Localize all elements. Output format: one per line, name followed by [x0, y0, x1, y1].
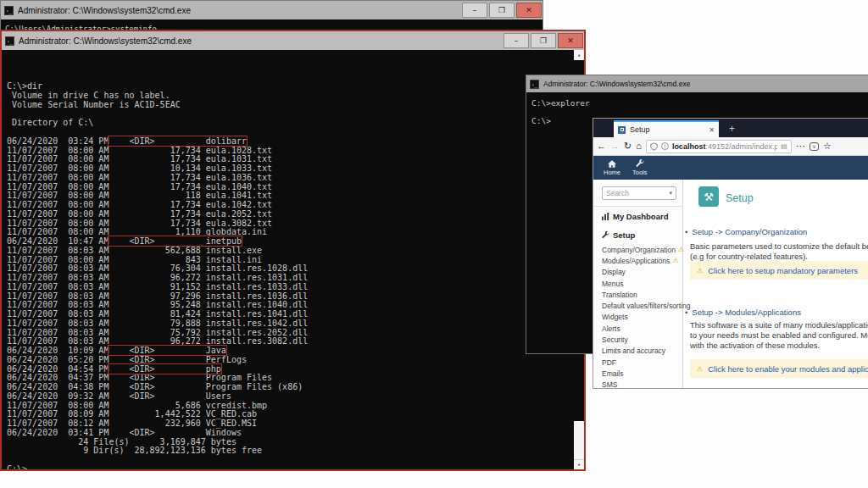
section-paragraph: Basic parameters used to customize the d…	[690, 241, 868, 262]
terminal-line: 06/24/2020 03:24 PM <DIR> dolibarr	[7, 137, 584, 147]
terminal-line: 11/07/2007 08:03 AM 91,152 install.res.1…	[7, 283, 584, 292]
overflow-menu-icon[interactable]: ⋯	[796, 141, 805, 151]
browser-window: Setup ✕ + ← → ↻ ⌂ i localhost:49152/admi…	[593, 119, 868, 388]
sidebar-item-sms[interactable]: SMS	[602, 380, 681, 388]
reader-icon[interactable]: ▤	[781, 142, 787, 150]
sidebar-item-label: Security	[602, 336, 628, 344]
terminal-line: C:\>_	[7, 465, 584, 469]
notice-link[interactable]: Click here to setup mandatory parameters	[708, 266, 858, 275]
sidebar-item-translation[interactable]: Translation	[602, 289, 681, 300]
site-info-icon[interactable]: i	[661, 142, 669, 150]
window-title: Administrator: C:\Windows\system32\cmd.e…	[19, 36, 192, 46]
address-bar[interactable]: i localhost:49152/admin/index.php?m ▤	[646, 140, 792, 153]
sidebar-item-label: Default values/filters/sorting	[602, 302, 690, 310]
nav-home[interactable]: Home	[604, 160, 620, 176]
terminal-line: Directory of C:\	[7, 119, 584, 128]
browser-tabbar: Setup ✕ +	[593, 119, 868, 137]
new-tab-button[interactable]: +	[729, 120, 735, 137]
sidebar-item-modules-applications[interactable]: Modules/Applications⚠	[602, 255, 681, 266]
reload-icon[interactable]: ↻	[624, 141, 632, 151]
restore-button[interactable]: ❐	[489, 3, 515, 18]
url-host: localhost	[672, 142, 706, 151]
terminal-line	[531, 108, 868, 118]
sidebar-item-dashboard[interactable]: My Dashboard	[602, 212, 668, 221]
bookmark-star-icon[interactable]: ☆	[823, 141, 832, 151]
sidebar-item-label: Modules/Applications	[602, 257, 670, 265]
warning-icon: ⚠	[697, 267, 703, 274]
page-title: Setup	[726, 192, 754, 204]
sidebar-item-label: SMS	[602, 380, 617, 388]
notice-banner[interactable]: ⚠Click here to enable your modules and a…	[690, 359, 868, 378]
window-title: Administrator: C:\Windows\system32\cmd.e…	[543, 80, 690, 88]
browser-tab-setup[interactable]: Setup ✕	[614, 120, 719, 137]
sidebar-item-emails[interactable]: Emails	[602, 368, 681, 379]
wrench-icon	[602, 231, 609, 239]
close-button[interactable]: ✕	[558, 33, 583, 48]
back-icon[interactable]: ←	[597, 141, 606, 151]
sidebar-item-label: Emails	[602, 369, 624, 378]
terminal-line: 11/07/2007 08:03 AM 79,888 install.res.1…	[7, 319, 584, 329]
search-input[interactable]: Search ▾	[602, 186, 676, 200]
scroll-up-icon[interactable]: ▴	[574, 50, 584, 60]
annotation-red-box: <DIR> dolibarr	[108, 136, 247, 146]
wrench-icon	[636, 159, 644, 168]
warning-icon: ⚠	[697, 365, 703, 373]
pocket-icon[interactable]: ∨	[810, 142, 819, 151]
tab-title: Setup	[630, 125, 704, 134]
section-link[interactable]: Setup -> Modules/Applications	[692, 308, 801, 317]
dolibarr-sidebar: Search ▾ My Dashboard Setup Company/Orga…	[593, 180, 683, 388]
shield-icon[interactable]	[650, 142, 658, 151]
sidebar-item-security[interactable]: Security	[602, 334, 681, 345]
section-paragraph: This software is a suite of many modules…	[690, 320, 868, 351]
scroll-down-icon[interactable]: ▾	[574, 459, 584, 469]
sidebar-section-setup[interactable]: Setup	[602, 230, 635, 240]
terminal-line: 06/24/2020 09:32 AM <DIR> Users	[7, 392, 584, 402]
divider	[593, 206, 682, 207]
sidebar-item-label: Menus	[602, 280, 624, 288]
annotation-red-box: <DIR> Java	[108, 346, 225, 355]
url-path: :49152/admin/index.php?m	[705, 142, 777, 151]
forward-icon: →	[610, 141, 620, 151]
section-bullet-row: •Setup -> Company/Organization	[685, 227, 807, 236]
sidebar-item-company-organization[interactable]: Company/Organization⚠	[602, 244, 681, 255]
sidebar-item-default-values-filters-sorting[interactable]: Default values/filters/sorting	[602, 300, 681, 311]
terminal-line: 11/07/2007 08:03 AM 562,688 install.exe	[7, 247, 584, 256]
close-button[interactable]: ✕	[516, 3, 542, 18]
scroll-track[interactable]	[574, 421, 584, 459]
notice-link[interactable]: Click here to enable your modules and ap…	[708, 364, 868, 374]
sidebar-item-alerts[interactable]: Alerts	[602, 323, 681, 334]
bullet-icon: •	[685, 308, 687, 317]
home-icon[interactable]: ⌂	[636, 141, 642, 151]
titlebar[interactable]: ›_ Administrator: C:\Windows\system32\cm…	[2, 31, 584, 50]
cmd-icon: ›_	[5, 36, 14, 46]
terminal-line	[7, 110, 584, 119]
restore-button[interactable]: ❐	[531, 33, 556, 48]
sidebar-item-label: Limits and accuracy	[602, 347, 665, 355]
terminal-output-dir: C:\>dir Volume in drive C has no label. …	[2, 50, 584, 469]
sidebar-item-display[interactable]: Display	[602, 267, 681, 278]
terminal-line: 06/24/2020 05:20 PM <DIR> PerfLogs	[7, 356, 584, 365]
sidebar-item-menus[interactable]: Menus	[602, 278, 681, 289]
minimize-button[interactable]: –	[462, 3, 487, 18]
house-icon	[608, 160, 616, 168]
sidebar-menu: Company/Organization⚠Modules/Application…	[602, 244, 681, 388]
sidebar-item-widgets[interactable]: Widgets	[602, 312, 681, 323]
titlebar[interactable]: ›_ Administrator: C:\Windows\system32\cm…	[526, 75, 868, 92]
notice-banner[interactable]: ⚠Click here to setup mandatory parameter…	[690, 261, 868, 280]
browser-toolbar: ← → ↻ ⌂ i localhost:49152/admin/index.ph…	[593, 137, 868, 156]
url-text[interactable]: localhost:49152/admin/index.php?m	[672, 142, 777, 151]
section-link[interactable]: Setup -> Company/Organization	[692, 227, 807, 236]
sidebar-item-label: Alerts	[602, 324, 620, 333]
titlebar[interactable]: ›_ Administrator: C:\Windows\system32\cm…	[1, 1, 542, 19]
nav-tools[interactable]: Tools	[632, 159, 648, 176]
minimize-button[interactable]: –	[504, 33, 529, 48]
sidebar-item-label: PDF	[602, 358, 616, 367]
terminal-line: 9 Dir(s) 28,892,123,136 bytes free	[7, 446, 584, 456]
terminal-line: 11/07/2007 08:00 AM 17,734 eula.2052.txt	[7, 210, 584, 219]
sidebar-item-pdf[interactable]: PDF	[602, 357, 681, 368]
section-bullet-row: •Setup -> Modules/Applications	[685, 308, 801, 317]
tab-close-icon[interactable]: ✕	[709, 126, 715, 134]
cmd-icon: ›_	[530, 80, 539, 89]
bullet-icon: •	[685, 227, 687, 236]
sidebar-item-limits-and-accuracy[interactable]: Limits and accuracy	[602, 346, 681, 357]
